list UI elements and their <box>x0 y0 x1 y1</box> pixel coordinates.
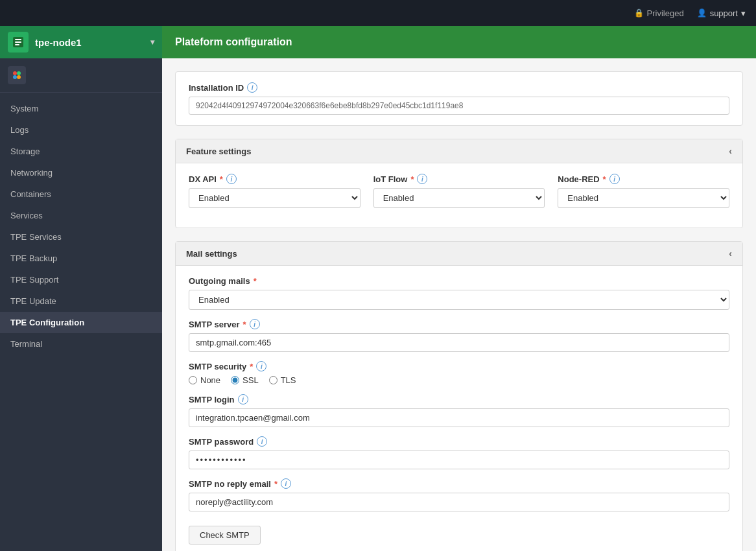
check-smtp-button[interactable]: Check SMTP <box>189 526 261 545</box>
svg-rect-1 <box>15 41 21 43</box>
sidebar-header[interactable]: tpe-node1 ▾ <box>0 26 162 58</box>
user-icon: 👤 <box>697 8 707 18</box>
sidebar-chevron-icon: ▾ <box>150 38 154 47</box>
node-red-required: * <box>603 174 606 184</box>
smtp-security-none-radio[interactable] <box>189 376 197 384</box>
dx-api-info-icon[interactable]: i <box>226 174 237 184</box>
outgoing-mails-label: Outgoing mails * <box>189 276 729 286</box>
smtp-no-reply-input[interactable] <box>189 493 729 511</box>
user-label: support <box>710 8 738 18</box>
smtp-security-info-icon[interactable]: i <box>256 361 266 371</box>
sidebar-item-containers[interactable]: Containers <box>0 183 162 205</box>
iot-flow-info-icon[interactable]: i <box>417 174 427 184</box>
palette-icon[interactable] <box>8 66 26 84</box>
smtp-server-label: SMTP server * i <box>189 319 729 329</box>
smtp-security-label: SMTP security * i <box>189 361 729 371</box>
smtp-no-reply-field: SMTP no reply email * i <box>189 478 729 511</box>
mail-settings-body: Outgoing mails * Enabled Disabled SMTP s… <box>176 266 742 551</box>
smtp-login-info-icon[interactable]: i <box>238 394 248 404</box>
smtp-security-tls[interactable]: TLS <box>269 375 296 385</box>
dx-api-label: DX API * i <box>189 174 360 184</box>
dx-api-select[interactable]: Enabled Disabled <box>189 188 360 208</box>
iot-flow-select[interactable]: Enabled Disabled <box>373 188 545 208</box>
smtp-security-required: * <box>250 362 253 371</box>
topbar: 🔒 Privileged 👤 support ▾ <box>0 0 756 26</box>
svg-point-6 <box>13 75 17 79</box>
sidebar-item-tpe-services[interactable]: TPE Services <box>0 226 162 248</box>
smtp-password-info-icon[interactable]: i <box>257 436 267 447</box>
smtp-security-radio-group: None SSL TLS <box>189 375 729 385</box>
topbar-user[interactable]: 👤 support ▾ <box>697 8 746 18</box>
iot-flow-required: * <box>410 174 414 184</box>
mail-settings-card: Mail settings ‹ Outgoing mails * Enabled… <box>175 241 743 551</box>
page-body: Installation ID i Feature settings ‹ <box>162 58 756 551</box>
smtp-password-field: SMTP password i <box>189 436 729 469</box>
smtp-no-reply-info-icon[interactable]: i <box>281 478 291 489</box>
sidebar-item-system[interactable]: System <box>0 98 162 119</box>
dx-api-required: * <box>220 174 223 184</box>
installation-id-card: Installation ID i <box>175 71 743 126</box>
feature-settings-grid: DX API * i Enabled Disabled <box>189 174 729 217</box>
svg-point-5 <box>17 71 21 75</box>
outgoing-mails-select[interactable]: Enabled Disabled <box>189 290 729 310</box>
smtp-security-ssl[interactable]: SSL <box>231 375 259 385</box>
smtp-security-tls-radio[interactable] <box>269 376 278 384</box>
feature-settings-header[interactable]: Feature settings ‹ <box>176 139 742 163</box>
outgoing-mails-field: Outgoing mails * Enabled Disabled <box>189 276 729 310</box>
smtp-server-required: * <box>243 320 246 329</box>
privileged-label: Privileged <box>647 8 684 18</box>
outgoing-mails-required: * <box>254 276 257 286</box>
sidebar-item-logs[interactable]: Logs <box>0 119 162 141</box>
sidebar-item-tpe-update[interactable]: TPE Update <box>0 290 162 312</box>
lock-icon: 🔒 <box>634 8 644 18</box>
node-red-info-icon[interactable]: i <box>609 174 620 184</box>
smtp-no-reply-label: SMTP no reply email * i <box>189 478 729 489</box>
page-header: Plateform configuration <box>162 26 756 58</box>
smtp-password-input[interactable] <box>189 451 729 469</box>
sidebar-item-terminal[interactable]: Terminal <box>0 333 162 355</box>
mail-settings-label: Mail settings <box>186 249 237 259</box>
smtp-security-field: SMTP security * i None SSL <box>189 361 729 385</box>
app-logo <box>8 32 29 53</box>
svg-point-4 <box>13 71 17 75</box>
svg-point-7 <box>17 75 21 79</box>
sidebar-item-tpe-support[interactable]: TPE Support <box>0 269 162 290</box>
sidebar-item-tpe-backup[interactable]: TPE Backup <box>0 248 162 269</box>
node-title: tpe-node1 <box>35 37 144 48</box>
topbar-privileged: 🔒 Privileged <box>634 8 684 18</box>
sidebar-item-tpe-configuration[interactable]: TPE Configuration <box>0 312 162 333</box>
svg-rect-3 <box>15 44 19 45</box>
iot-flow-field: IoT Flow * i Enabled Disabled <box>373 174 545 208</box>
sidebar-palette <box>0 58 162 93</box>
node-red-field: Node-RED * i Enabled Disabled <box>558 174 729 208</box>
svg-rect-2 <box>15 39 21 40</box>
mail-settings-collapse-icon: ‹ <box>729 248 732 259</box>
smtp-security-none[interactable]: None <box>189 375 220 385</box>
feature-settings-label: Feature settings <box>186 147 251 156</box>
smtp-server-input[interactable] <box>189 333 729 352</box>
installation-id-info-icon[interactable]: i <box>247 82 257 93</box>
smtp-security-ssl-radio[interactable] <box>231 376 239 384</box>
feature-settings-body: DX API * i Enabled Disabled <box>176 163 742 228</box>
installation-id-section: Installation ID i <box>176 72 742 125</box>
sidebar: tpe-node1 ▾ System Logs Sto <box>0 26 162 551</box>
mail-settings-header[interactable]: Mail settings ‹ <box>176 242 742 266</box>
dx-api-field: DX API * i Enabled Disabled <box>189 174 360 208</box>
sidebar-item-networking[interactable]: Networking <box>0 162 162 183</box>
sidebar-item-storage[interactable]: Storage <box>0 141 162 162</box>
smtp-no-reply-required: * <box>274 479 278 489</box>
installation-id-input[interactable] <box>189 97 729 115</box>
user-chevron-icon: ▾ <box>741 8 746 18</box>
feature-settings-card: Feature settings ‹ DX API * i <box>175 139 743 228</box>
smtp-server-info-icon[interactable]: i <box>250 319 260 329</box>
smtp-server-field: SMTP server * i <box>189 319 729 352</box>
content-area: Plateform configuration Installation ID … <box>162 26 756 551</box>
main-layout: tpe-node1 ▾ System Logs Sto <box>0 26 756 551</box>
sidebar-item-services[interactable]: Services <box>0 205 162 226</box>
sidebar-nav: System Logs Storage Networking Container… <box>0 93 162 360</box>
node-red-select[interactable]: Enabled Disabled <box>558 188 729 208</box>
smtp-password-label: SMTP password i <box>189 436 729 447</box>
smtp-login-field: SMTP login i <box>189 394 729 427</box>
node-red-label: Node-RED * i <box>558 174 729 184</box>
smtp-login-input[interactable] <box>189 408 729 427</box>
